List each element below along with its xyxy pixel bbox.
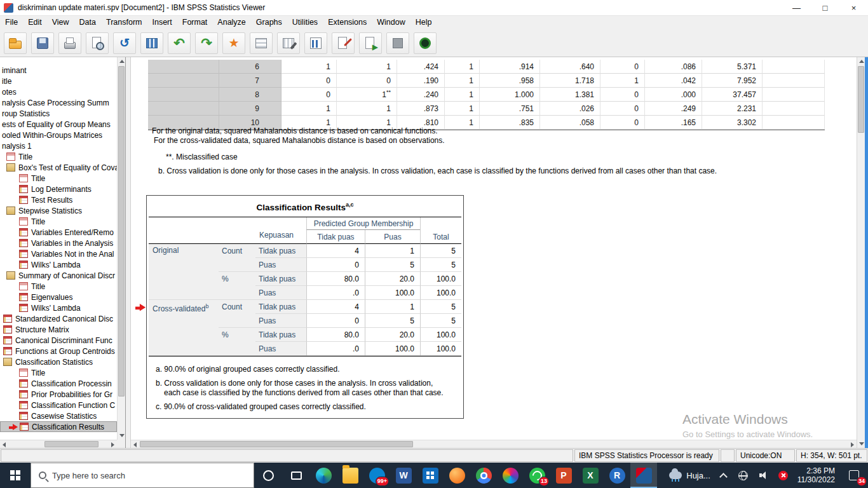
tree-item[interactable]: Variables in the Analysis bbox=[0, 238, 117, 248]
toolbar-button[interactable] bbox=[140, 32, 163, 54]
content-horizontal-scrollbar[interactable] bbox=[131, 440, 857, 448]
menu-item[interactable]: View bbox=[47, 16, 74, 29]
menu-item[interactable]: File bbox=[0, 16, 23, 29]
tree-item[interactable]: Summary of Canonical Discr bbox=[0, 270, 117, 281]
tree-item[interactable]: Title bbox=[0, 281, 117, 292]
maximize-button[interactable]: □ bbox=[811, 0, 839, 16]
toolbar-button[interactable] bbox=[195, 32, 218, 54]
tree-item[interactable]: ooled Within-Groups Matrices bbox=[0, 130, 117, 140]
menu-item[interactable]: Analyze bbox=[212, 16, 250, 29]
powerpoint-icon[interactable]: P bbox=[550, 463, 577, 488]
tree-item[interactable]: Standardized Canonical Disc bbox=[0, 313, 117, 324]
action-center-button[interactable]: 34 bbox=[840, 463, 868, 488]
tree-item[interactable]: Functions at Group Centroids bbox=[0, 346, 117, 356]
scroll-up-arrow[interactable] bbox=[118, 57, 126, 65]
toolbar-button[interactable] bbox=[250, 32, 273, 54]
pane-splitter[interactable] bbox=[126, 57, 131, 448]
taskbar-clock[interactable]: 2:36 PM 11/30/2022 bbox=[792, 466, 840, 484]
content-vertical-scrollbar[interactable] bbox=[857, 57, 865, 448]
tree-item[interactable]: Wilks' Lambda bbox=[0, 302, 117, 313]
toolbar-button[interactable] bbox=[277, 32, 300, 54]
casewise-statistics-table-fragment[interactable]: 6 1 1 .424 1 .914 .640 0 .086 5.371 7 0 … bbox=[148, 60, 825, 130]
toolbar-button[interactable] bbox=[359, 32, 382, 54]
blue-app-icon[interactable]: 99+ bbox=[363, 463, 390, 488]
cortana-button[interactable] bbox=[254, 463, 282, 488]
hidden-icons-chevron-icon[interactable] bbox=[719, 473, 728, 481]
toolbar-button[interactable] bbox=[58, 32, 81, 54]
scroll-right-arrow[interactable] bbox=[109, 440, 117, 448]
tree-item[interactable]: otes bbox=[0, 86, 117, 97]
menu-item[interactable]: Window bbox=[372, 16, 410, 29]
edge-icon[interactable] bbox=[310, 463, 337, 488]
tree-item[interactable]: Prior Probabilities for Gr bbox=[0, 389, 117, 400]
taskbar-search[interactable] bbox=[31, 463, 254, 488]
scroll-left-arrow[interactable] bbox=[0, 440, 8, 448]
toolbar-button[interactable] bbox=[304, 32, 327, 54]
tree-item[interactable]: Wilks' Lambda bbox=[0, 259, 117, 270]
chrome-icon[interactable] bbox=[470, 463, 497, 488]
volume-icon[interactable] bbox=[759, 471, 768, 480]
menu-item[interactable]: Extensions bbox=[323, 16, 372, 29]
colorful-app-icon[interactable] bbox=[497, 463, 524, 488]
toolbar-button[interactable] bbox=[386, 32, 409, 54]
tree-item[interactable]: Test Results bbox=[0, 194, 117, 205]
minimize-button[interactable]: — bbox=[782, 0, 811, 16]
file-explorer-icon[interactable] bbox=[337, 463, 363, 488]
menu-item[interactable]: Insert bbox=[147, 16, 177, 29]
tree-item[interactable]: Box's Test of Equality of Cova bbox=[0, 162, 117, 173]
tree-item[interactable]: Classification Processin bbox=[0, 378, 117, 389]
classification-results-table[interactable]: Classification Resultsa,c Kepuasan Predi… bbox=[146, 195, 464, 419]
task-view-button[interactable] bbox=[282, 463, 310, 488]
tree-item[interactable]: Title bbox=[0, 216, 117, 227]
menu-item[interactable]: Utilities bbox=[287, 16, 323, 29]
menu-item[interactable]: Format bbox=[177, 16, 213, 29]
menu-item[interactable]: Help bbox=[410, 16, 437, 29]
tree-item[interactable]: Stepwise Statistics bbox=[0, 205, 117, 216]
tree-item[interactable]: Title bbox=[0, 173, 117, 184]
word-icon[interactable]: W bbox=[390, 463, 417, 488]
outline-vertical-scrollbar[interactable] bbox=[117, 57, 125, 440]
toolbar-button[interactable] bbox=[113, 32, 136, 54]
spss-icon[interactable] bbox=[630, 463, 657, 488]
blue-grid-app-icon[interactable] bbox=[417, 463, 444, 488]
tree-item[interactable]: Eigenvalues bbox=[0, 292, 117, 302]
menu-item[interactable]: Data bbox=[74, 16, 101, 29]
tree-item[interactable]: Classification Statistics bbox=[0, 356, 117, 367]
close-button[interactable]: × bbox=[839, 0, 868, 16]
scroll-down-arrow[interactable] bbox=[118, 431, 126, 440]
tree-item[interactable]: iminant bbox=[0, 65, 117, 76]
toolbar-button[interactable] bbox=[4, 32, 27, 54]
network-icon[interactable] bbox=[738, 471, 748, 480]
whatsapp-icon[interactable]: 13 bbox=[524, 463, 550, 488]
tree-item[interactable]: ests of Equality of Group Means bbox=[0, 119, 117, 130]
toolbar-button[interactable] bbox=[86, 32, 109, 54]
toolbar-button[interactable] bbox=[168, 32, 191, 54]
tree-item[interactable]: Classification Function C bbox=[0, 400, 117, 410]
tree-item[interactable]: Casewise Statistics bbox=[0, 410, 117, 421]
tree-item[interactable]: nalysis Case Processing Summ bbox=[0, 97, 117, 108]
tree-item[interactable]: Variables Not in the Anal bbox=[0, 248, 117, 259]
start-button[interactable] bbox=[0, 463, 31, 488]
tree-item[interactable]: itle bbox=[0, 76, 117, 86]
menu-item[interactable]: Edit bbox=[23, 16, 47, 29]
tree-item[interactable]: Classification Results bbox=[0, 421, 117, 432]
toolbar-button[interactable] bbox=[31, 32, 54, 54]
tree-item[interactable]: Title bbox=[0, 367, 117, 378]
excel-icon[interactable]: X bbox=[577, 463, 604, 488]
weather-widget[interactable]: Huja... bbox=[663, 463, 717, 488]
menu-item[interactable]: Transform bbox=[101, 16, 147, 29]
tree-item[interactable]: nalysis 1 bbox=[0, 140, 117, 151]
tree-item[interactable]: Variables Entered/Remo bbox=[0, 227, 117, 238]
scroll-left-arrow[interactable] bbox=[131, 440, 139, 448]
scroll-right-arrow[interactable] bbox=[848, 440, 857, 448]
outline-horizontal-scrollbar[interactable] bbox=[0, 440, 117, 448]
toolbar-button[interactable] bbox=[414, 32, 437, 54]
tree-item[interactable]: Log Determinants bbox=[0, 184, 117, 194]
r-app-icon[interactable]: R bbox=[604, 463, 630, 488]
tree-item[interactable]: Title bbox=[0, 151, 117, 162]
toolbar-button[interactable] bbox=[222, 32, 245, 54]
orange-app-icon[interactable] bbox=[444, 463, 470, 488]
search-input[interactable] bbox=[52, 471, 246, 480]
tray-alert-icon[interactable] bbox=[778, 471, 788, 480]
toolbar-button[interactable] bbox=[332, 32, 355, 54]
